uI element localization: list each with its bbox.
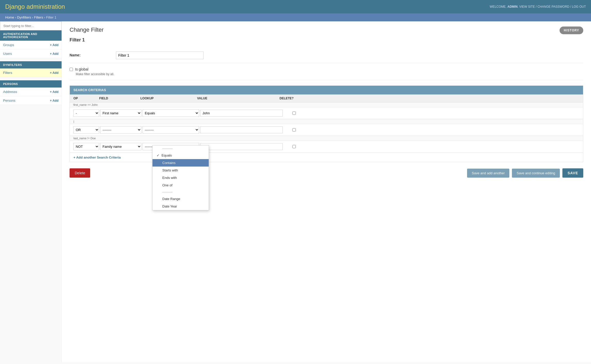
sidebar-persons-link[interactable]: Persons	[3, 99, 15, 102]
col-lookup: LOOKUP	[140, 97, 197, 100]
header: Django administration WELCOME, ADMIN. VI…	[0, 0, 591, 13]
field-select-2[interactable]: -------- First name Family name	[100, 126, 141, 134]
criteria-row-2-wrapper: | - OR AND NOT -------- First name Famil…	[70, 119, 583, 136]
save-add-button[interactable]: Save and add another	[467, 169, 509, 178]
breadcrumb-model[interactable]: Filters	[34, 15, 43, 19]
object-name: Filter 1	[70, 37, 583, 43]
sidebar-search[interactable]	[0, 21, 62, 30]
breadcrumb: Home › Dynfilters › Filters › Filter 1	[0, 13, 591, 21]
main-content: HISTORY Change Filter Filter 1 Name: Is …	[62, 21, 591, 362]
sidebar-groups-add[interactable]: + Add	[50, 43, 58, 47]
welcome-text: WELCOME,	[490, 5, 508, 8]
sidebar-persons-add[interactable]: + Add	[50, 99, 58, 102]
change-password-link[interactable]: CHANGE PASSWORD	[537, 5, 569, 8]
col-op: OP	[73, 97, 99, 100]
value-input-2[interactable]	[200, 126, 283, 133]
sidebar-search-input[interactable]	[0, 21, 62, 30]
history-button[interactable]: HISTORY	[560, 27, 583, 34]
name-input[interactable]	[116, 51, 204, 59]
site-title: Django administration	[5, 3, 65, 10]
criteria-row-3-label: last_name != Doe	[70, 136, 583, 141]
sidebar-item-filters: Filters + Add	[0, 68, 62, 77]
op-select-1[interactable]: - AND OR NOT	[73, 109, 99, 117]
lookup-dropdown: ---------- ✓ Equals Contains Starts with…	[152, 145, 209, 210]
is-global-help: Make filter accessible by all.	[76, 72, 583, 76]
log-out-link[interactable]: LOG OUT	[572, 5, 586, 8]
value-input-1[interactable]	[200, 110, 283, 117]
sidebar-item-persons: Persons + Add	[0, 96, 62, 105]
save-button[interactable]: SAVE	[562, 168, 583, 178]
criteria-row-2: - OR AND NOT -------- First name Family …	[70, 124, 583, 136]
delete-check-3[interactable]	[292, 145, 296, 148]
sidebar-section-dynfilters: DYNFILTERS	[0, 61, 62, 68]
criteria-row-2-label: |	[70, 119, 583, 124]
value-input-3[interactable]	[200, 143, 283, 150]
criteria-row-1: - AND OR NOT First name Family name Equa…	[70, 107, 583, 119]
dropdown-sep-2: ----------	[153, 189, 209, 195]
criteria-row-1-label: first_name == John	[70, 102, 583, 107]
col-value: VALUE	[197, 97, 280, 100]
dropdown-date-range[interactable]: Date Range	[153, 195, 209, 203]
criteria-row-3: - OR AND NOT -------- First name Family …	[70, 141, 583, 152]
breadcrumb-current: Filter 1	[46, 15, 56, 19]
search-criterias-section: SEARCH CRITERIAS OP FIELD LOOKUP VALUE D…	[70, 85, 583, 162]
criteria-columns-header: OP FIELD LOOKUP VALUE DELETE?	[70, 94, 583, 102]
delete-button[interactable]: Delete	[70, 168, 90, 178]
criteria-row-1-wrapper: first_name == John - AND OR NOT First na…	[70, 102, 583, 119]
col-field: FIELD	[99, 97, 140, 100]
sidebar-groups-link[interactable]: Groups	[3, 43, 14, 47]
submit-row: Delete Save and add another Save and con…	[70, 168, 583, 178]
search-criterias-header: SEARCH CRITERIAS	[70, 86, 583, 94]
lookup-select-1[interactable]: Equals Contains Starts with Ends with On…	[142, 109, 199, 117]
sidebar-addresss-link[interactable]: Addresss	[3, 90, 17, 94]
sidebar-item-users: Users + Add	[0, 49, 62, 58]
sidebar-addresss-add[interactable]: + Add	[50, 90, 58, 94]
is-global-checkbox[interactable]	[70, 68, 73, 71]
page-title: Change Filter	[70, 27, 583, 33]
name-form-row: Name:	[70, 48, 583, 63]
view-site-link[interactable]: VIEW SITE	[519, 5, 535, 8]
sidebar-filters-add[interactable]: + Add	[50, 71, 58, 75]
sidebar-section-auth: AUTHENTICATION AND AUTHORIZATION	[0, 30, 62, 41]
field-select-3[interactable]: -------- First name Family name	[100, 143, 141, 150]
field-select-1[interactable]: First name Family name	[100, 109, 141, 117]
sidebar-item-groups: Groups + Add	[0, 41, 62, 49]
breadcrumb-app[interactable]: Dynfilters	[17, 15, 31, 19]
name-label: Name:	[70, 51, 116, 57]
is-global-row: Is global Make filter accessible by all.	[70, 63, 583, 80]
criteria-row-3-wrapper: last_name != Doe - OR AND NOT -------- F…	[70, 136, 583, 153]
save-continue-button[interactable]: Save and continue editing	[512, 169, 560, 178]
breadcrumb-home[interactable]: Home	[5, 15, 14, 19]
dropdown-one-of[interactable]: One of	[153, 181, 209, 189]
add-criteria-link[interactable]: + Add another Search Criteria	[73, 155, 121, 159]
sidebar-users-add[interactable]: + Add	[50, 52, 58, 56]
delete-check-2[interactable]	[292, 128, 296, 132]
dropdown-starts-with[interactable]: Starts with	[153, 167, 209, 174]
sidebar: AUTHENTICATION AND AUTHORIZATION Groups …	[0, 21, 62, 362]
op-select-3[interactable]: - OR AND NOT	[73, 143, 99, 150]
username: ADMIN	[507, 5, 517, 8]
add-criteria-row: + Add another Search Criteria	[70, 153, 583, 162]
col-delete: DELETE?	[280, 97, 300, 100]
sidebar-item-addresss: Addresss + Add	[0, 88, 62, 96]
sidebar-users-link[interactable]: Users	[3, 52, 12, 56]
delete-check-1[interactable]	[292, 111, 296, 115]
user-tools: WELCOME, ADMIN. VIEW SITE / CHANGE PASSW…	[490, 5, 586, 8]
sidebar-filters-link[interactable]: Filters	[3, 71, 12, 75]
dropdown-sep-1: ----------	[153, 145, 209, 152]
dropdown-contains[interactable]: Contains	[153, 159, 209, 167]
op-select-2[interactable]: - OR AND NOT	[73, 126, 99, 134]
dropdown-equals[interactable]: ✓ Equals	[153, 152, 209, 159]
sidebar-section-persons: PERSONS	[0, 80, 62, 88]
dropdown-ends-with[interactable]: Ends with	[153, 174, 209, 181]
dropdown-date-year[interactable]: Date Year	[153, 203, 209, 210]
lookup-select-2[interactable]: -------- Equals Contains	[142, 126, 199, 134]
is-global-label: Is global	[75, 67, 88, 71]
